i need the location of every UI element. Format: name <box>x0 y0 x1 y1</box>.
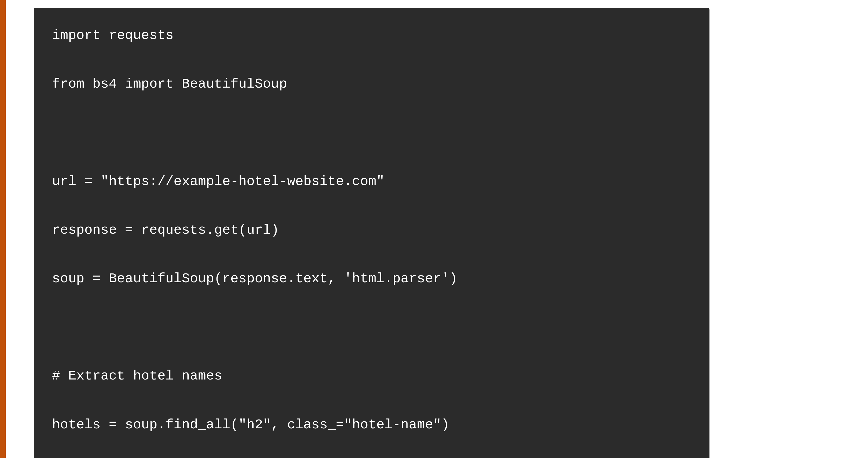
code-line-14 <box>52 340 691 364</box>
code-line-12 <box>52 291 691 315</box>
code-line-4 <box>52 96 691 121</box>
code-line-1: import requests <box>52 23 691 48</box>
code-line-13 <box>52 315 691 340</box>
code-line-9: response = requests.get(url) <box>52 218 691 243</box>
code-line-10 <box>52 242 691 267</box>
main-content: import requests from bs4 import Beautifu… <box>26 0 868 458</box>
left-sidebar <box>0 0 26 458</box>
code-line-3: from bs4 import BeautifulSoup <box>52 72 691 96</box>
code-line-11: soup = BeautifulSoup(response.text, 'htm… <box>52 267 691 291</box>
code-line-2 <box>52 48 691 72</box>
code-line-8 <box>52 194 691 218</box>
code-line-15: # Extract hotel names <box>52 364 691 388</box>
orange-accent-bar <box>0 0 6 458</box>
code-block: import requests from bs4 import Beautifu… <box>34 8 710 458</box>
code-line-5 <box>52 121 691 145</box>
code-line-18 <box>52 437 691 458</box>
code-line-16 <box>52 388 691 413</box>
code-line-6 <box>52 145 691 170</box>
code-line-17: hotels = soup.find_all("h2", class_="hot… <box>52 413 691 437</box>
code-line-7: url = "https://example-hotel-website.com… <box>52 170 691 194</box>
